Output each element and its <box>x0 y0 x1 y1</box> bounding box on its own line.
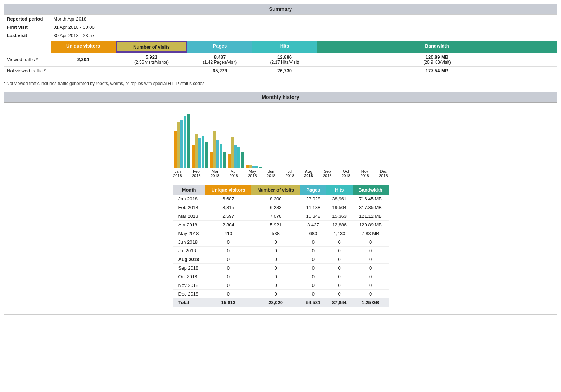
col-header-visits: Number of visits <box>116 41 187 53</box>
th-hits: Hits <box>326 185 353 195</box>
monthly-table-row: Apr 20182,3045,9218,43712,886120.89 MB <box>173 221 389 229</box>
chart-bar-group <box>210 131 226 168</box>
chart-bar-pages <box>198 138 201 168</box>
summary-meta-table: Reported period Month Apr 2018 First vis… <box>4 14 557 40</box>
monthly-table-header: Month Unique visitors Number of visits P… <box>173 185 389 195</box>
monthly-history-title: Monthly history <box>4 92 557 103</box>
th-bw: Bandwidth <box>353 185 389 195</box>
chart-month-label: Nov2018 <box>357 169 373 178</box>
chart-bar-hits <box>237 147 240 168</box>
col-header-bw: Bandwidth <box>317 41 557 53</box>
monthly-total-row: Total 15,813 28,020 54,581 87,844 1.25 G… <box>173 298 389 307</box>
last-visit-value: 30 Apr 2018 - 23:57 <box>51 31 557 40</box>
total-hits: 87,844 <box>326 298 353 307</box>
total-pages: 54,581 <box>300 298 326 307</box>
not-viewed-label: Not viewed traffic * <box>4 68 51 73</box>
chart-bar-group <box>192 134 208 168</box>
viewed-bw: 120.89 MB (20.9 KB/Visit) <box>317 54 557 65</box>
monthly-history-section: Monthly history Jan2018Feb2018Mar2018Apr… <box>4 92 557 315</box>
summary-title: Summary <box>4 4 557 14</box>
th-pages: Pages <box>300 185 326 195</box>
viewed-label: Viewed traffic * <box>4 57 51 62</box>
chart-bar-visits <box>213 131 216 168</box>
total-visits: 28,020 <box>251 298 300 307</box>
monthly-table-row: Aug 201800000 <box>173 255 389 264</box>
viewed-pages: 8,437 (1.42 Pages/Visit) <box>187 54 252 65</box>
chart-bar-bw <box>205 142 208 168</box>
monthly-table-row: Jun 201800000 <box>173 238 389 247</box>
th-month: Month <box>173 185 205 195</box>
chart-bar-pages <box>180 120 183 168</box>
last-visit-label: Last visit <box>4 31 51 40</box>
chart-month-label: Apr2018 <box>226 169 242 178</box>
viewed-unique: 2,304 <box>51 57 116 62</box>
monthly-history-container: Jan2018Feb2018Mar2018Apr2018May2018Jun20… <box>4 103 557 315</box>
chart-bar-hits <box>202 136 204 168</box>
th-unique: Unique visitors <box>205 185 252 195</box>
not-viewed-traffic-row: Not viewed traffic * 65,278 76,730 177.5… <box>4 66 557 75</box>
chart-month-label: Aug2018 <box>300 169 317 178</box>
chart-month-label: Jun2018 <box>263 169 280 178</box>
chart-month-label: Jul2018 <box>282 169 298 178</box>
col-header-pages: Pages <box>187 41 252 53</box>
chart-month-label: Jan2018 <box>169 169 186 178</box>
summary-section: Summary Reported period Month Apr 2018 F… <box>4 4 557 86</box>
chart-bar-bw <box>223 152 226 168</box>
summary-data-area: Unique visitors Number of visits Pages H… <box>4 41 557 78</box>
chart-bar-group <box>246 165 262 168</box>
not-viewed-bw: 177.54 MB <box>317 68 557 73</box>
first-visit-row: First visit 01 Apr 2018 - 00:00 <box>4 23 557 31</box>
total-label: Total <box>173 298 205 307</box>
chart-bar-hits <box>255 166 258 168</box>
chart-bar-pages <box>252 166 255 168</box>
monthly-table-row: Oct 201800000 <box>173 272 389 281</box>
chart-bar-visits <box>195 134 198 168</box>
monthly-table-row: Feb 20183,8156,28311,18819,504317.85 MB <box>173 203 389 212</box>
last-visit-row: Last visit 30 Apr 2018 - 23:57 <box>4 31 557 40</box>
chart-bar-unique <box>192 145 195 168</box>
summary-col-headers: Unique visitors Number of visits Pages H… <box>51 41 557 53</box>
chart-bars-container <box>174 110 388 168</box>
chart-bar-unique <box>228 154 231 168</box>
chart-month-label: Dec2018 <box>375 169 392 178</box>
not-viewed-pages: 65,278 <box>187 68 252 73</box>
chart-bar-visits <box>177 122 180 168</box>
chart-bar-pages <box>234 145 237 168</box>
first-visit-value: 01 Apr 2018 - 00:00 <box>51 23 557 31</box>
chart-bar-visits <box>231 137 234 168</box>
chart-bar-unique <box>210 152 213 168</box>
reported-period-label: Reported period <box>4 15 51 23</box>
monthly-table-row: Jul 201800000 <box>173 247 389 255</box>
chart-bar-group <box>228 137 244 168</box>
monthly-data-table: Month Unique visitors Number of visits P… <box>173 185 389 307</box>
chart-month-label: Sep2018 <box>319 169 336 178</box>
chart-month-label: May2018 <box>244 169 261 178</box>
chart-month-label: Feb2018 <box>188 169 205 178</box>
monthly-chart: Jan2018Feb2018Mar2018Apr2018May2018Jun20… <box>8 107 553 181</box>
chart-month-labels: Jan2018Feb2018Mar2018Apr2018May2018Jun20… <box>169 169 392 178</box>
total-unique: 15,813 <box>205 298 252 307</box>
viewed-visits: 5,921 (2.56 visits/visitor) <box>116 54 187 65</box>
chart-bar-bw <box>187 114 190 168</box>
chart-month-label: Mar2018 <box>207 169 223 178</box>
monthly-table-row: Nov 201800000 <box>173 281 389 290</box>
monthly-table-row: May 20184105386801,1307.83 MB <box>173 229 389 238</box>
monthly-table-body: Jan 20186,6878,20023,92838,961716.45 MBF… <box>173 195 389 298</box>
reported-period-row: Reported period Month Apr 2018 <box>4 15 557 23</box>
chart-bar-hits <box>184 116 186 168</box>
monthly-table-row: Mar 20182,5977,07810,34815,363121.12 MB <box>173 212 389 221</box>
reported-period-value: Month Apr 2018 <box>51 15 557 23</box>
chart-bar-hits <box>220 144 222 168</box>
col-header-unique: Unique visitors <box>51 41 116 53</box>
chart-bar-bw <box>241 152 244 168</box>
viewed-traffic-row: Viewed traffic * 2,304 5,921 (2.56 visit… <box>4 53 557 66</box>
chart-bar-pages <box>216 140 219 168</box>
total-bw: 1.25 GB <box>353 298 389 307</box>
monthly-table-row: Jan 20186,6878,20023,92838,961716.45 MB <box>173 195 389 203</box>
summary-note: * Not viewed traffic includes traffic ge… <box>4 81 557 86</box>
not-viewed-hits: 76,730 <box>252 68 317 73</box>
chart-bar-visits <box>249 165 252 168</box>
chart-month-label: Oct2018 <box>338 169 354 178</box>
chart-bar-unique <box>174 131 177 168</box>
monthly-table-row: Sep 201800000 <box>173 264 389 272</box>
